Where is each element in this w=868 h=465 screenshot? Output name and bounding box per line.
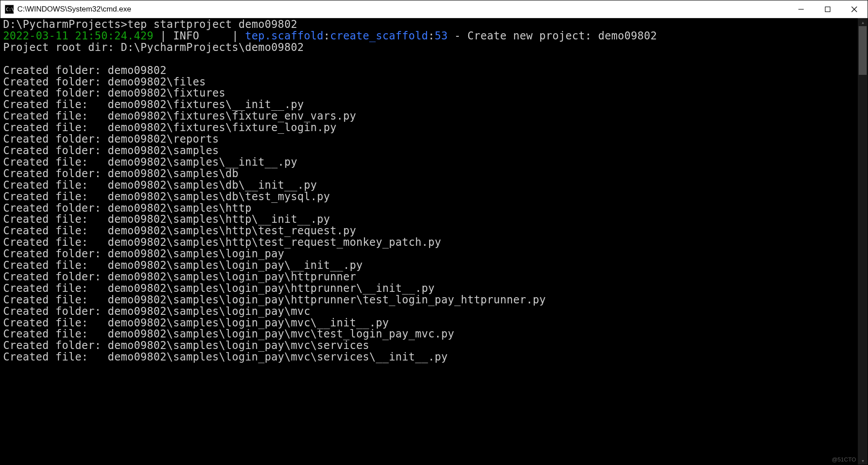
minimize-button[interactable] — [788, 0, 814, 18]
scroll-down-icon[interactable]: ▾ — [858, 457, 868, 465]
log-dash: - — [448, 30, 467, 42]
window-title: C:\WINDOWS\System32\cmd.exe — [17, 5, 131, 14]
prompt-cwd: D:\PycharmProjects> — [3, 18, 127, 31]
log-lineno: 53 — [434, 30, 448, 42]
prompt-command: tep startproject demo09802 — [127, 18, 297, 31]
titlebar: C:\ C:\WINDOWS\System32\cmd.exe — [0, 0, 868, 18]
vertical-scrollbar[interactable]: ▴ ▾ — [858, 18, 868, 465]
window-controls — [788, 0, 868, 18]
terminal-area: D:\PycharmProjects>tep startproject demo… — [0, 18, 868, 465]
watermark: @51CTO — [832, 456, 856, 463]
created-lines: Created folder: demo09802 Created folder… — [3, 64, 546, 364]
scrollbar-thumb[interactable] — [859, 26, 867, 75]
log-level: INFO — [173, 30, 225, 42]
log-timestamp: 2022-03-11 21:50:24.429 — [3, 30, 153, 42]
root-line: Project root dir: D:\PycharmProjects\dem… — [3, 41, 304, 54]
maximize-button[interactable] — [814, 0, 841, 18]
log-colon2: : — [428, 30, 435, 42]
svg-text:C:\: C:\ — [6, 7, 14, 12]
cmd-icon: C:\ — [5, 5, 14, 14]
terminal-output[interactable]: D:\PycharmProjects>tep startproject demo… — [0, 18, 858, 465]
close-button[interactable] — [841, 0, 868, 18]
log-sep2: | — [225, 30, 245, 42]
svg-rect-3 — [825, 7, 830, 12]
log-colon1: : — [324, 30, 330, 42]
log-message: Create new project: demo09802 — [467, 30, 657, 42]
scroll-up-icon[interactable]: ▴ — [858, 18, 868, 26]
log-func: create_scaffold — [330, 30, 428, 42]
log-sep1: | — [153, 30, 173, 42]
log-module: tep.scaffold — [245, 30, 324, 42]
